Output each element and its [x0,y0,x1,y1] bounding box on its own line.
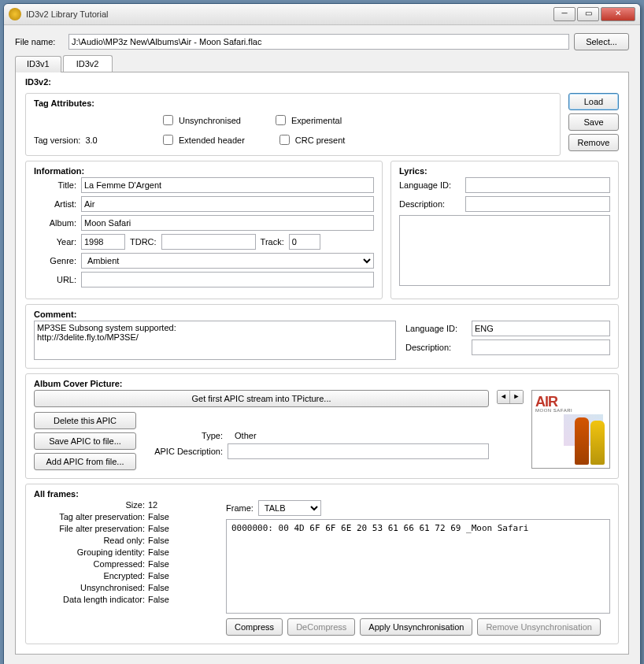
unsync-checkbox[interactable]: Unsynchronised [160,113,241,128]
flag-read-only-label: Read only: [34,536,148,545]
flag-unsync-value: False [148,583,215,592]
information-group: Information: Title: Artist: Album: Year:… [25,161,383,299]
comment-title: Comment: [34,310,610,319]
flag-file-alter-value: False [148,524,215,533]
apic-desc-label: APIC Description: [144,447,223,456]
lyrics-desc-input[interactable] [465,196,610,212]
information-title: Information: [34,166,374,176]
filename-input[interactable] [68,34,569,50]
remove-unsync-button[interactable]: Remove Unsynchronisation [477,618,601,636]
load-button[interactable]: Load [568,93,619,110]
album-label: Album: [34,218,76,228]
album-input[interactable] [81,215,374,231]
decompress-button[interactable]: DeCompress [287,618,355,636]
flag-grouping-value: False [148,547,215,557]
year-input[interactable] [81,234,125,250]
frame-select[interactable]: TALB [258,500,321,516]
apic-type-value: Other [235,431,257,440]
lyrics-lang-label: Language ID: [399,180,461,190]
flag-unsync-label: Unsynchronised: [34,583,148,592]
tdrc-input[interactable] [161,234,256,250]
size-label: Size: [34,500,148,510]
track-label: Track: [261,237,284,247]
delete-apic-button[interactable]: Delete this APIC [34,412,136,429]
year-label: Year: [34,237,76,247]
apic-desc-input[interactable] [228,443,489,459]
artist-label: Artist: [34,199,76,209]
filename-label: File name: [15,37,64,46]
lyrics-group: Lyrics: Language ID: Description: [390,161,619,299]
title-label: Title: [34,180,76,190]
flag-encrypted-label: Encrypted: [34,571,148,581]
compress-button[interactable]: Compress [226,618,283,636]
save-apic-button[interactable]: Save APIC to file... [34,432,136,450]
flag-dli-label: Data length indicator: [34,595,148,604]
pager-next-icon[interactable]: ► [510,391,523,403]
genre-select[interactable]: Ambient [81,253,374,269]
size-value: 12 [148,500,215,510]
close-button[interactable]: ✕ [601,7,635,21]
pager-prev-icon[interactable]: ◄ [498,391,510,403]
apply-unsync-button[interactable]: Apply Unsynchronisation [360,618,472,636]
titlebar[interactable]: ID3v2 Library Tutorial ─ ▭ ✕ [4,4,640,25]
frame-label: Frame: [226,503,254,513]
experimental-checkbox[interactable]: Experimental [272,113,342,128]
comment-desc-input[interactable] [472,339,610,355]
track-input[interactable] [289,234,320,250]
flag-file-alter-label: File alter preservation: [34,524,148,533]
artist-input[interactable] [81,196,374,212]
remove-button[interactable]: Remove [568,134,619,151]
tab-id3v1[interactable]: ID3v1 [15,56,61,72]
comment-desc-label: Description: [405,343,467,352]
app-icon [9,8,21,20]
all-frames-title: All frames: [34,489,610,499]
tag-version-value: 3.0 [85,135,97,145]
tag-attributes-group: Tag Attributes: Unsynchronised Experimen… [25,93,561,156]
comment-lang-label: Language ID: [405,324,467,333]
comment-group: Comment: MP3SE Subsong system supported:… [25,304,619,369]
album-art: AIR MOON SAFARI [531,390,610,469]
title-input[interactable] [81,177,374,193]
album-cover-group: Album Cover Picture: Get first APIC stre… [25,373,619,479]
lyrics-lang-input[interactable] [465,177,610,193]
comment-textarea[interactable]: MP3SE Subsong system supported: http://3… [34,321,396,360]
save-button[interactable]: Save [568,113,619,131]
minimize-button[interactable]: ─ [553,7,576,21]
tab-id3v2[interactable]: ID3v2 [63,55,113,72]
panel-header: ID3v2: [25,77,619,87]
lyrics-title: Lyrics: [399,166,610,176]
hex-view[interactable]: 0000000: 00 4D 6F 6F 6E 20 53 61 66 61 7… [226,519,610,614]
flag-dli-value: False [148,595,215,604]
crc-checkbox[interactable]: CRC present [276,132,346,147]
tdrc-label: TDRC: [130,237,157,247]
lyrics-desc-label: Description: [399,199,461,209]
flag-grouping-label: Grouping identity: [34,547,148,557]
flag-tag-alter-value: False [148,512,215,521]
window-title: ID3v2 Library Tutorial [26,9,553,19]
extheader-checkbox[interactable]: Extended header [160,132,245,147]
apic-pager[interactable]: ◄► [497,390,524,404]
comment-lang-input[interactable] [472,321,610,336]
all-frames-group: All frames: Size:12 Tag alter preservati… [25,484,619,644]
id3v2-panel: ID3v2: Tag Attributes: Unsynchronised Ex… [15,72,629,655]
genre-label: Genre: [34,256,76,265]
get-apic-button[interactable]: Get first APIC stream into TPicture... [34,390,489,407]
flag-compressed-label: Compressed: [34,559,148,569]
apic-type-label: Type: [144,431,223,440]
flag-compressed-value: False [148,559,215,569]
url-label: URL: [34,275,76,284]
tag-attributes-title: Tag Attributes: [34,98,552,108]
flag-read-only-value: False [148,536,215,545]
add-apic-button[interactable]: Add APIC from file... [34,453,136,470]
flag-tag-alter-label: Tag alter preservation: [34,512,148,521]
tag-version-label: Tag version: [34,135,80,145]
app-window: ID3v2 Library Tutorial ─ ▭ ✕ File name: … [3,3,641,664]
flag-encrypted-value: False [148,571,215,581]
select-file-button[interactable]: Select... [574,33,629,50]
lyrics-textarea[interactable] [399,215,610,286]
album-cover-title: Album Cover Picture: [34,379,610,388]
url-input[interactable] [81,272,374,287]
maximize-button[interactable]: ▭ [577,7,599,21]
